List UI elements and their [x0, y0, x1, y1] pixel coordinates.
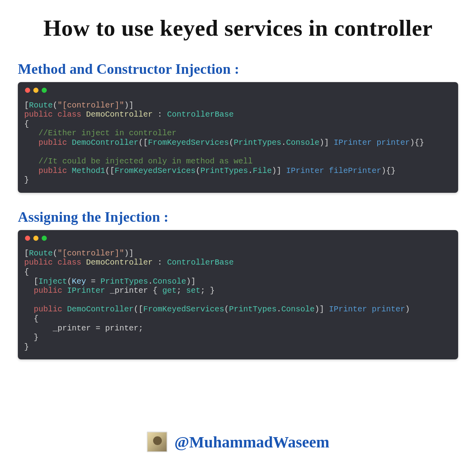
dot-minimize-icon: [33, 236, 38, 241]
code-content-2: [Route("[controller]")] public class Dem…: [24, 249, 452, 352]
author-handle: @MuhammadWaseem: [175, 433, 330, 451]
avatar: [147, 432, 167, 452]
dot-zoom-icon: [42, 236, 47, 241]
section-title-2: Assigning the Injection :: [18, 209, 458, 225]
footer: @MuhammadWaseem: [0, 432, 476, 452]
page-title: How to use keyed services in controller: [18, 14, 458, 43]
dot-minimize-icon: [33, 88, 38, 93]
code-block-1: [Route("[controller]")] public class Dem…: [18, 82, 458, 193]
dot-zoom-icon: [42, 88, 47, 93]
mac-window-dots: [24, 236, 452, 241]
dot-close-icon: [25, 88, 30, 93]
mac-window-dots: [24, 88, 452, 93]
code-content-1: [Route("[controller]")] public class Dem…: [24, 101, 452, 185]
dot-close-icon: [25, 236, 30, 241]
section-title-1: Method and Constructor Injection :: [18, 61, 458, 77]
code-block-2: [Route("[controller]")] public class Dem…: [18, 230, 458, 360]
